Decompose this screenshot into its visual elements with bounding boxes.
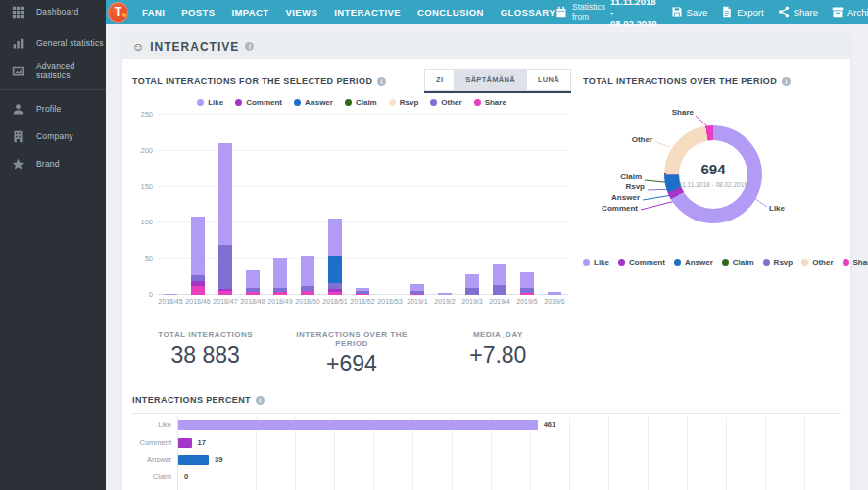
percent-row-comment: Comment17: [132, 434, 841, 452]
legend-item-like[interactable]: Like: [583, 258, 609, 267]
bar-2019-3[interactable]: [458, 274, 486, 295]
over-period-info-icon[interactable]: i: [782, 77, 791, 86]
bar-segment-like: [465, 274, 479, 287]
nav-item-fani[interactable]: FANI: [142, 7, 165, 18]
legend-item-claim[interactable]: Claim: [722, 258, 754, 267]
bar-2018-52[interactable]: [349, 288, 376, 295]
date-range-value[interactable]: 11.11.2018 - 08.02.2019: [610, 0, 657, 28]
bar-2018-47[interactable]: [212, 143, 239, 295]
sidebar-item-label: Brand: [36, 159, 60, 169]
sidebar-item-profile[interactable]: Profile: [0, 95, 106, 122]
stacked-bar-xlabels: 2018/452018/462018/472018/482018/492018/…: [157, 295, 568, 305]
bar-2019-5[interactable]: [513, 272, 541, 295]
bar-segment-share: [520, 293, 534, 295]
bar-2018-51[interactable]: [321, 219, 349, 295]
donut-legend: LikeCommentAnswerClaimRsvpOtherShare: [583, 258, 868, 267]
date-range-picker[interactable]: Statistics from 11.11.2018 - 08.02.2019: [555, 0, 657, 28]
bar-segment-like: [301, 256, 314, 287]
period-button-month[interactable]: LUNĂ: [527, 69, 571, 91]
legend-item-share[interactable]: Share: [843, 258, 868, 267]
legend-item-share[interactable]: Share: [474, 98, 506, 107]
grid-icon: [12, 6, 24, 19]
legend-item-like[interactable]: Like: [197, 98, 223, 107]
bar-segment-answer: [328, 256, 342, 283]
donut-ring[interactable]: 694 11.11.2018 - 08.02.2019: [664, 125, 762, 223]
bar-2019-4[interactable]: [486, 264, 513, 295]
over-period-title-row: TOTAL INTERACTIONS OVER THE PERIOD i: [583, 76, 868, 86]
legend-label: Comment: [246, 98, 282, 107]
bar-2018-45[interactable]: [157, 294, 184, 295]
action-export[interactable]: Export: [721, 6, 763, 18]
page-info-icon[interactable]: i: [245, 42, 254, 51]
action-archive[interactable]: Archive: [832, 6, 868, 18]
percent-bar-comment[interactable]: [178, 438, 192, 448]
nav-item-views[interactable]: VIEWS: [286, 7, 318, 18]
donut-date-range: 11.11.2018 - 08.02.2019: [679, 181, 747, 188]
header-actions: SaveExportShareArchive: [671, 6, 868, 18]
percent-bar-like[interactable]: [178, 420, 538, 430]
sidebar-item-general-statistics[interactable]: General statistics: [0, 29, 106, 57]
nav-item-glossary[interactable]: GLOSSARY: [501, 7, 555, 18]
bar-stack: [493, 264, 506, 295]
bar-segment-like: [410, 284, 424, 291]
sidebar-item-dashboard[interactable]: Dashboard: [0, 0, 106, 24]
bar-stack: [328, 219, 342, 295]
period-button-day[interactable]: ZI: [424, 69, 455, 91]
y-axis-tick: 200: [140, 146, 153, 155]
action-share[interactable]: Share: [778, 6, 818, 18]
legend-label: Rsvp: [774, 258, 794, 267]
legend-item-answer[interactable]: Answer: [674, 258, 713, 267]
legend-label: Answer: [685, 258, 713, 267]
x-axis-label: 2019/3: [458, 295, 486, 305]
y-axis-tick: 100: [140, 218, 153, 226]
x-axis-label: 2018/51: [321, 295, 349, 305]
legend-dot: [474, 99, 481, 106]
donut-center: 694 11.11.2018 - 08.02.2019: [679, 140, 747, 209]
bar-2019-1[interactable]: [404, 284, 431, 295]
bar-2018-46[interactable]: [184, 217, 212, 295]
app-logo[interactable]: T: [108, 2, 128, 23]
nav-item-conclusion[interactable]: CONCLUSION: [417, 7, 484, 18]
nav-item-posts[interactable]: POSTS: [181, 7, 215, 18]
bar-stack: [273, 258, 287, 295]
bar-2019-2[interactable]: [431, 293, 458, 295]
sidebar-item-brand[interactable]: Brand: [0, 150, 106, 177]
legend-item-other[interactable]: Other: [801, 258, 833, 267]
legend-item-rsvp[interactable]: Rsvp: [389, 98, 419, 107]
bar-segment-like: [493, 264, 506, 286]
selected-period-info-icon[interactable]: i: [377, 77, 386, 86]
sidebar-item-company[interactable]: Company: [0, 122, 106, 150]
legend-dot: [674, 259, 681, 266]
nav-item-impact[interactable]: IMPACT: [231, 7, 268, 18]
nav-item-interactive[interactable]: INTERACTIVE: [334, 7, 401, 18]
legend-item-rsvp[interactable]: Rsvp: [763, 258, 794, 267]
legend-item-comment[interactable]: Comment: [618, 258, 665, 267]
percent-value: 17: [198, 438, 206, 448]
export-icon: [721, 6, 733, 18]
period-button-week[interactable]: SĂPTĂMÂNĂ: [455, 69, 527, 91]
page-title-band: ☺ INTERACTIVE i: [122, 34, 850, 59]
x-axis-label: 2019/4: [486, 295, 513, 305]
percent-row-label: Comment: [132, 434, 177, 452]
percent-value: 0: [184, 472, 188, 482]
percent-info-icon[interactable]: i: [256, 396, 265, 405]
y-axis-tick: 0: [149, 290, 153, 299]
action-label: Share: [794, 7, 818, 18]
bar-2018-50[interactable]: [294, 256, 321, 295]
legend-item-other[interactable]: Other: [430, 98, 461, 107]
bar-segment-share: [191, 286, 205, 295]
sidebar-item-advanced-statistics[interactable]: Advanced statistics: [0, 57, 106, 84]
bar-2019-6[interactable]: [541, 292, 568, 295]
action-save[interactable]: Save: [671, 6, 708, 18]
x-axis-label: 2018/45: [157, 295, 184, 305]
legend-item-answer[interactable]: Answer: [294, 98, 333, 107]
legend-item-claim[interactable]: Claim: [345, 98, 377, 107]
legend-dot: [843, 259, 849, 266]
bar-2018-49[interactable]: [266, 258, 294, 295]
percent-bar-answer[interactable]: [178, 455, 209, 465]
bar-2018-48[interactable]: [239, 270, 266, 295]
legend-label: Comment: [629, 258, 665, 267]
x-axis-label: 2018/53: [376, 295, 404, 305]
legend-item-comment[interactable]: Comment: [235, 98, 282, 107]
sidebar-item-label: Advanced statistics: [36, 61, 106, 80]
